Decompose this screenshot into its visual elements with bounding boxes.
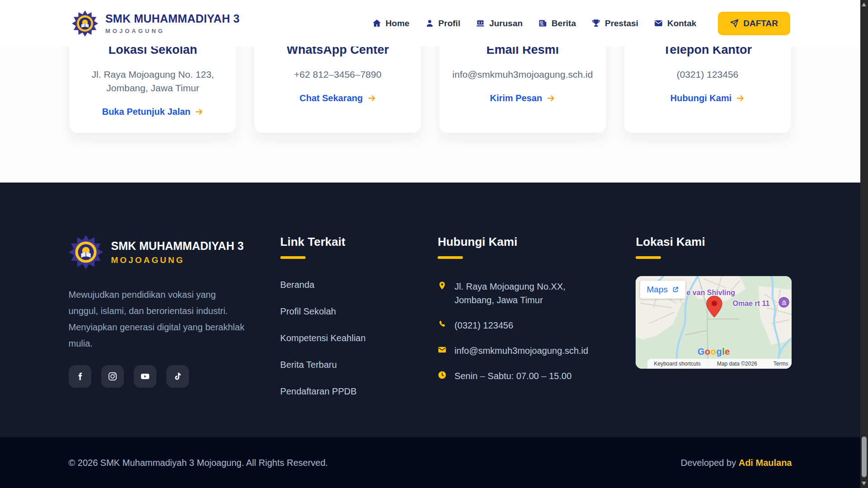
instagram-button[interactable] [101, 365, 124, 388]
nav-label: Profil [439, 19, 461, 28]
profile-icon [425, 19, 434, 28]
contact-text: (0321) 123456 [454, 319, 513, 332]
trophy-icon [591, 19, 601, 28]
contact-hours: Senin – Sabtu: 07.00 – 15.00 [438, 369, 614, 383]
nav-label: Home [386, 19, 410, 28]
card-link-label: Kirim Pesan [490, 93, 542, 103]
scrollbar[interactable] [860, 0, 868, 488]
footer-description: Mewujudkan pendidikan vokasi yang unggul… [69, 286, 245, 352]
home-icon [372, 19, 382, 28]
footer-map-column: Lokasi Kami [636, 235, 792, 413]
daftar-button[interactable]: DAFTAR [718, 12, 790, 35]
map-attribution-bar: Keyboard shortcuts Map data ©2026 Terms [647, 359, 792, 369]
nav-item-berita[interactable]: Berita [538, 19, 576, 28]
card-link-send-message[interactable]: Kirim Pesan [490, 93, 556, 103]
landmark-icon [781, 300, 787, 305]
daftar-label: DAFTAR [743, 19, 778, 28]
phone-icon [438, 320, 447, 329]
school-logo-icon [69, 235, 103, 269]
laptop-icon [476, 19, 485, 28]
youtube-icon [140, 371, 150, 381]
google-map-embed[interactable]: e van Shivling Omae rt 11 Maps Google Ke… [636, 276, 792, 369]
title-underline [636, 256, 661, 259]
footer-about-column: SMK MUHAMMADIYAH 3 MOJOAGUNG Mewujudkan … [69, 235, 259, 413]
footer-link-beranda[interactable]: Beranda [280, 280, 416, 290]
contact-phone: (0321) 123456 [438, 319, 614, 332]
nav-label: Kontak [667, 19, 696, 28]
contact-text: Jl. Raya Mojoagung No.XX, Jombang, Jawa … [454, 280, 567, 307]
developer-name[interactable]: Adi Maulana [739, 458, 792, 468]
developed-by-label: Developed by [681, 458, 739, 468]
mail-icon [654, 19, 663, 28]
scrollbar-thumb[interactable] [862, 436, 867, 477]
instagram-icon [108, 371, 118, 381]
nav-item-profil[interactable]: Profil [425, 19, 461, 28]
card-link-chat[interactable]: Chat Sekarang [299, 93, 376, 103]
title-underline [438, 256, 463, 259]
scroll-up-arrow-icon[interactable] [862, 3, 866, 6]
tiktok-button[interactable] [166, 365, 189, 388]
open-in-maps-button[interactable]: Maps [640, 281, 685, 299]
maps-button-label: Maps [646, 285, 667, 295]
map-label-omae: Omae rt 11 [732, 300, 769, 308]
main-nav: Home Profil Jurusan Berita Prestasi Kont… [372, 12, 790, 35]
school-name: SMK MUHAMMADIYAH 3 [105, 12, 240, 25]
footer-link-ppdb[interactable]: Pendaftaran PPDB [280, 386, 416, 397]
terms-link[interactable]: Terms [774, 361, 788, 367]
news-icon [538, 19, 547, 28]
card-body: info@smkmuh3mojoagung.sch.id [452, 68, 593, 81]
social-links [69, 365, 259, 388]
footer-school-subtitle: MOJOAGUNG [111, 255, 244, 265]
envelope-icon [438, 345, 447, 354]
contact-title: Hubungi Kami [438, 235, 614, 249]
school-subtitle: MOJOAGUNG [105, 28, 240, 34]
title-underline [280, 256, 306, 259]
footer-link-profil-sekolah[interactable]: Profil Sekolah [280, 306, 416, 317]
youtube-button[interactable] [134, 365, 156, 388]
contact-text: info@smkmuh3mojoagung.sch.id [454, 344, 588, 357]
card-link-directions[interactable]: Buka Petunjuk Jalan [102, 107, 204, 117]
footer-brand: SMK MUHAMMADIYAH 3 MOJOAGUNG [69, 235, 259, 269]
copyright-text: © 2026 SMK Muhammadiyah 3 Mojoagung. All… [69, 458, 328, 468]
nav-label: Berita [552, 19, 576, 28]
nav-label: Jurusan [489, 19, 523, 28]
google-logo: Google [698, 347, 730, 357]
footer-contact-column: Hubungi Kami Jl. Raya Mojoagung No.XX, J… [438, 235, 614, 413]
facebook-icon [75, 371, 85, 381]
links-title: Link Terkait [280, 235, 416, 249]
nav-item-home[interactable]: Home [372, 19, 410, 28]
facebook-button[interactable] [69, 365, 91, 388]
arrow-right-icon [736, 94, 745, 103]
footer: SMK MUHAMMADIYAH 3 MOJOAGUNG Mewujudkan … [0, 183, 860, 437]
arrow-right-icon [547, 94, 555, 103]
nav-item-kontak[interactable]: Kontak [654, 19, 696, 28]
bottom-bar: © 2026 SMK Muhammadiyah 3 Mojoagung. All… [0, 437, 860, 488]
tiktok-icon [173, 371, 183, 381]
footer-link-berita[interactable]: Berita Terbaru [280, 360, 416, 370]
footer-links: Beranda Profil Sekolah Kompetensi Keahli… [280, 280, 416, 397]
developed-by: Developed by Adi Maulana [681, 458, 792, 468]
location-pin-icon [438, 281, 447, 290]
nav-item-prestasi[interactable]: Prestasi [591, 19, 638, 28]
map-title: Lokasi Kami [636, 235, 792, 249]
arrow-right-icon [368, 94, 376, 103]
contact-address: Jl. Raya Mojoagung No.XX, Jombang, Jawa … [438, 280, 614, 307]
arrow-right-icon [195, 108, 203, 116]
card-link-call[interactable]: Hubungi Kami [670, 93, 745, 103]
card-body: (0321) 123456 [637, 68, 778, 81]
contact-email: info@smkmuh3mojoagung.sch.id [438, 344, 614, 357]
external-link-icon [672, 286, 679, 293]
footer-link-kompetensi[interactable]: Kompetensi Keahlian [280, 333, 416, 343]
footer-links-column: Link Terkait Beranda Profil Sekolah Komp… [280, 235, 416, 413]
clock-icon [438, 371, 447, 380]
nav-label: Prestasi [605, 19, 638, 28]
keyboard-shortcuts-link[interactable]: Keyboard shortcuts [654, 361, 700, 367]
nav-item-jurusan[interactable]: Jurusan [476, 19, 523, 28]
header-brand-link[interactable]: SMK MUHAMMADIYAH 3 MOJOAGUNG [72, 10, 240, 37]
contact-text: Senin – Sabtu: 07.00 – 15.00 [454, 369, 571, 383]
scroll-down-arrow-icon[interactable] [862, 482, 866, 485]
footer-contacts: Jl. Raya Mojoagung No.XX, Jombang, Jawa … [438, 280, 614, 383]
map-label-shivling: e van Shivling [686, 289, 735, 297]
card-body: Jl. Raya Mojoagung No. 123, Jombang, Jaw… [82, 68, 223, 95]
page: SMK MUHAMMADIYAH 3 MOJOAGUNG Home Profil… [0, 0, 868, 488]
